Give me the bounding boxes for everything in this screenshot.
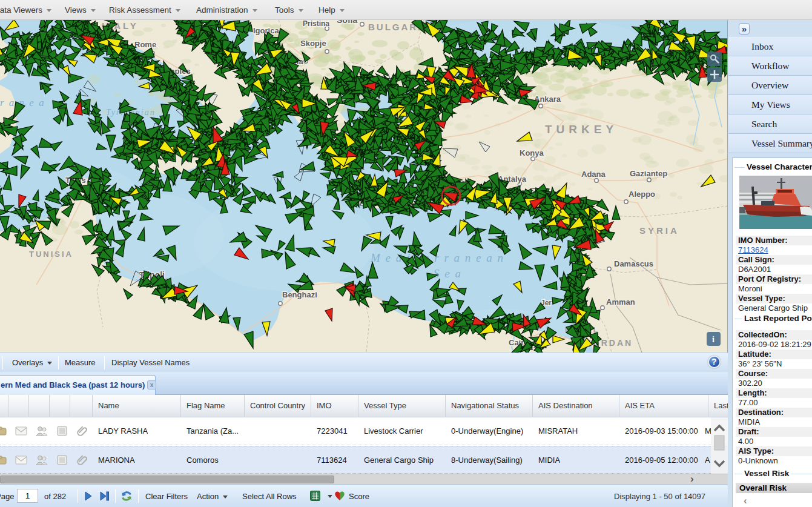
svg-text:Gaziantep: Gaziantep — [630, 169, 667, 178]
svg-text:Aleppo: Aleppo — [629, 190, 655, 199]
svg-text:i: i — [712, 335, 715, 344]
svg-text:lgorica: lgorica — [253, 26, 279, 35]
svg-text:Benghazi: Benghazi — [282, 290, 317, 299]
svg-text:Amman: Amman — [606, 297, 635, 307]
svg-text:Damascus: Damascus — [614, 259, 653, 268]
svg-text:Skopje: Skopje — [300, 39, 326, 48]
svg-text:Adana: Adana — [581, 170, 606, 179]
svg-text:SYRIA: SYRIA — [639, 225, 679, 236]
svg-text:S e a: S e a — [434, 267, 462, 280]
svg-text:M e d i t e r r a n e a n: M e d i t e r r a n e a n — [370, 251, 504, 264]
svg-text:Rome: Rome — [134, 40, 156, 49]
svg-text:TUNISIA: TUNISIA — [29, 250, 73, 259]
svg-text:Sofia: Sofia — [337, 20, 357, 25]
svg-text:TURKEY: TURKEY — [545, 123, 618, 136]
svg-text:Pristina: Pristina — [303, 20, 329, 28]
svg-text:Konya: Konya — [520, 148, 544, 157]
